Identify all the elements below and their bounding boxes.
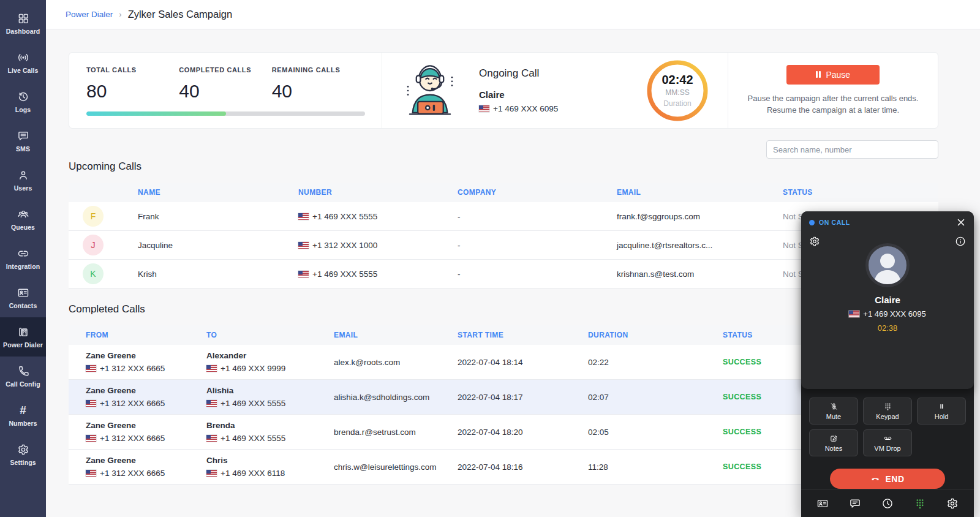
on-call-status-label: ON CALL [819,219,956,226]
call-duration-caption: Duration [663,99,691,108]
us-flag-icon [298,271,309,277]
sidebar-item-logs[interactable]: Logs [0,82,46,121]
close-icon[interactable] [956,217,966,227]
call-start-time: 2022-07-04 18:16 [458,462,588,472]
sidebar-item-settings[interactable]: Settings [0,435,46,474]
col-email: EMAIL [334,331,458,339]
summary-cards-row: TOTAL CALLS 80 COMPLETED CALLS 40 REMAIN… [69,52,938,129]
call-duration-ring: 02:42 MM:SS Duration [646,59,709,123]
contact-number: +1 312 XXX 1000 [312,241,377,250]
completed-calls-label: COMPLETED CALLS [179,66,271,74]
user-icon [17,168,30,182]
call-email: alishia.k@sdholdings.com [334,393,458,402]
col-start-time: START TIME [458,331,588,339]
call-start-time: 2022-07-04 18:17 [458,393,588,402]
contact-company: - [458,212,617,221]
sidebar-item-queues[interactable]: Queues [0,200,46,239]
col-company: COMPANY [458,188,617,197]
sidebar: Dashboard Live Calls Logs SMS Users Queu… [0,0,46,517]
sidebar-item-call-config[interactable]: Call Config [0,357,46,396]
pause-description-line1: Pause the campaign after the current cal… [748,93,919,105]
end-call-button[interactable]: END [830,469,945,489]
us-flag-icon [206,435,217,442]
sms-icon [17,129,30,143]
dialpad-icon-active[interactable] [914,497,926,510]
on-call-status-dot [809,220,815,225]
to-number: +1 469 XXX 5555 [221,434,285,443]
col-name: NAME [138,188,298,197]
search-input[interactable] [766,140,938,159]
history-icon[interactable] [881,497,894,510]
completed-calls-value: 40 [179,81,271,102]
hold-button[interactable]: Hold [917,398,966,425]
us-flag-icon [298,213,309,220]
keypad-button[interactable]: Keypad [863,398,912,425]
us-flag-icon [298,242,309,249]
sms-icon[interactable] [849,497,861,510]
upcoming-calls-header: NAME NUMBER COMPANY EMAIL STATUS [69,183,938,202]
contact-company: - [458,241,617,250]
us-flag-icon [86,435,96,442]
col-status: STATUS [783,188,938,197]
us-flag-icon [479,105,489,112]
sidebar-item-numbers[interactable]: # Numbers [0,396,46,435]
sidebar-item-contacts[interactable]: Contacts [0,278,46,317]
sidebar-item-sms[interactable]: SMS [0,121,46,160]
top-header: Power Dialer › Zylker Sales Campaign [46,0,980,29]
pause-button[interactable]: Pause [786,65,880,85]
avatar: K [83,263,104,284]
widget-gear-icon[interactable] [809,236,820,247]
breadcrumb-separator: › [119,10,121,19]
to-number: +1 469 XXX 9999 [221,364,285,373]
sidebar-item-users[interactable]: Users [0,160,46,200]
to-name: Alishia [206,386,334,395]
phone-icon [17,364,30,378]
sidebar-item-integration[interactable]: Integration [0,239,46,278]
queues-icon [17,208,30,221]
campaign-stats-card: TOTAL CALLS 80 COMPLETED CALLS 40 REMAIN… [69,53,382,128]
ongoing-call-name: Claire [479,89,628,100]
gear-icon[interactable] [946,497,959,510]
total-calls-value: 80 [86,81,179,102]
contact-name: Frank [138,212,298,221]
to-number: +1 469 XXX 6118 [221,469,285,478]
campaign-progress-bar [86,111,365,116]
info-icon[interactable] [955,236,966,247]
campaign-progress-fill [86,111,226,116]
gear-icon [17,443,30,456]
hash-icon: # [17,404,30,417]
call-duration-value: 02:42 [662,73,693,87]
sidebar-item-dashboard[interactable]: Dashboard [0,4,46,43]
call-info-panel: ON CALL Claire +1 469 XXX 6095 02:38 [801,211,974,389]
call-duration: 02:07 [588,393,723,402]
to-name: Alexander [206,351,334,360]
from-number: +1 312 XXX 6665 [100,434,165,443]
mute-button[interactable]: Mute [809,398,858,425]
call-start-time: 2022-07-04 18:20 [458,428,588,437]
pause-description-line2: Resume the campaign at a later time. [748,105,919,116]
col-number: NUMBER [298,188,458,197]
from-number: +1 312 XXX 6665 [100,364,165,373]
us-flag-icon [206,400,217,407]
notes-icon [829,434,839,443]
sidebar-item-live-calls[interactable]: Live Calls [0,43,46,82]
to-name: Chris [206,456,334,465]
notes-button[interactable]: Notes [809,429,858,456]
call-timer: 02:38 [809,323,966,333]
us-flag-icon [849,311,859,317]
col-from: FROM [86,331,206,339]
avatar: J [83,235,104,255]
contact-card-icon[interactable] [816,497,829,510]
breadcrumb-power-dialer[interactable]: Power Dialer [66,10,113,19]
ongoing-call-number: +1 469 XXX 6095 [493,104,558,113]
contact-email: frank.f@sggroups.com [617,212,783,221]
vm-drop-button[interactable]: VM Drop [863,429,912,456]
from-number: +1 312 XXX 6665 [100,399,165,408]
avatar: F [83,206,104,227]
col-to: TO [206,331,334,339]
call-duration: 02:22 [588,358,723,367]
contact-email: krishnan.s@test.com [617,270,783,279]
hold-icon [937,402,946,411]
sidebar-item-power-dialer[interactable]: Power Dialer [0,317,46,357]
from-number: +1 312 XXX 6665 [100,469,165,478]
